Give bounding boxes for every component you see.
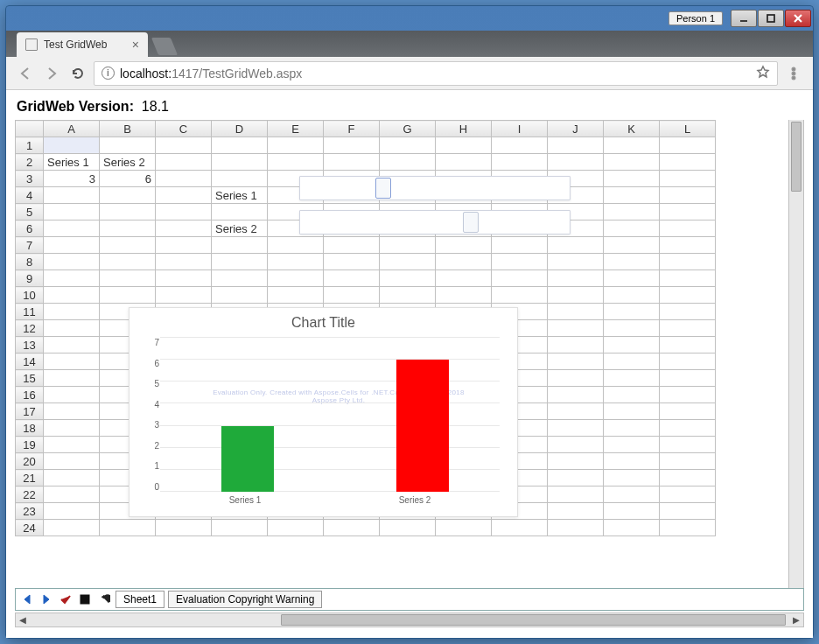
row-header[interactable]: 7 (16, 237, 44, 254)
cell[interactable] (268, 137, 324, 154)
cell[interactable] (604, 403, 660, 420)
cell[interactable] (436, 287, 492, 304)
grid-viewport[interactable]: ABCDEFGHIJKL12Series 1Series 23364Series… (15, 120, 804, 588)
cell[interactable] (604, 470, 660, 486)
cell[interactable] (548, 354, 604, 370)
cell[interactable] (44, 387, 100, 403)
cell[interactable] (100, 520, 156, 536)
row-header[interactable]: 13 (16, 337, 44, 354)
cell[interactable] (380, 237, 436, 254)
cell[interactable] (604, 370, 660, 387)
cell[interactable] (212, 171, 268, 187)
cell[interactable] (268, 287, 324, 304)
cell[interactable] (44, 503, 100, 520)
cell[interactable] (100, 287, 156, 304)
tab-close-icon[interactable]: × (132, 38, 139, 52)
cell[interactable] (604, 304, 660, 320)
cell[interactable] (660, 486, 716, 503)
cell[interactable] (212, 204, 268, 220)
cell[interactable] (604, 437, 660, 453)
cell[interactable] (44, 370, 100, 387)
cell[interactable] (492, 254, 548, 270)
undo-button[interactable] (96, 592, 112, 607)
new-tab-button[interactable] (151, 38, 178, 55)
minimize-button[interactable] (731, 10, 757, 27)
cell[interactable] (324, 270, 380, 287)
cell[interactable] (324, 287, 380, 304)
cell[interactable] (44, 204, 100, 220)
cell[interactable] (44, 320, 100, 337)
cell[interactable] (212, 137, 268, 154)
cell[interactable] (604, 287, 660, 304)
cell[interactable] (212, 154, 268, 171)
cell[interactable] (44, 486, 100, 503)
cell[interactable] (380, 287, 436, 304)
cell[interactable] (660, 420, 716, 437)
row-header[interactable]: 18 (16, 420, 44, 437)
browser-tab[interactable]: Test GridWeb × (17, 32, 148, 57)
cell[interactable] (548, 337, 604, 354)
cell[interactable] (548, 370, 604, 387)
cell[interactable] (436, 237, 492, 254)
cell[interactable] (660, 503, 716, 520)
cell[interactable] (44, 254, 100, 270)
cell[interactable] (100, 220, 156, 237)
scrollbar-thumb[interactable] (281, 614, 786, 626)
cell[interactable] (660, 337, 716, 354)
cell[interactable] (156, 220, 212, 237)
bookmark-star-icon[interactable] (756, 65, 770, 81)
cell[interactable] (604, 137, 660, 154)
cell[interactable] (660, 403, 716, 420)
cell[interactable] (44, 287, 100, 304)
cell[interactable] (100, 137, 156, 154)
next-sheet-button[interactable] (38, 592, 54, 607)
row-header[interactable]: 8 (16, 254, 44, 270)
cell[interactable] (212, 270, 268, 287)
cell[interactable]: Series 2 (212, 220, 268, 237)
cell[interactable] (492, 520, 548, 536)
cell[interactable] (44, 304, 100, 320)
cell[interactable] (268, 270, 324, 287)
cell[interactable] (492, 237, 548, 254)
cell[interactable] (604, 220, 660, 237)
cell[interactable] (660, 287, 716, 304)
cell[interactable] (212, 237, 268, 254)
cell[interactable] (492, 287, 548, 304)
cell[interactable]: Series 1 (44, 154, 100, 171)
cell[interactable] (324, 137, 380, 154)
cell[interactable] (604, 254, 660, 270)
cell[interactable] (156, 187, 212, 204)
cell[interactable] (380, 270, 436, 287)
cell[interactable] (44, 403, 100, 420)
cell[interactable] (660, 137, 716, 154)
cell[interactable] (212, 287, 268, 304)
cell[interactable] (660, 187, 716, 204)
cell[interactable] (100, 237, 156, 254)
cell[interactable] (548, 304, 604, 320)
cell[interactable] (660, 370, 716, 387)
cell[interactable] (660, 387, 716, 403)
row-header[interactable]: 9 (16, 270, 44, 287)
scroll-left-button[interactable]: ◄ (16, 613, 30, 626)
cell[interactable] (44, 137, 100, 154)
cell[interactable] (604, 237, 660, 254)
cell[interactable] (548, 403, 604, 420)
row-header[interactable]: 11 (16, 304, 44, 320)
cell[interactable] (660, 204, 716, 220)
cell[interactable] (604, 354, 660, 370)
cell[interactable] (44, 354, 100, 370)
row-header[interactable]: 19 (16, 437, 44, 453)
cell[interactable] (604, 270, 660, 287)
row-header[interactable]: 20 (16, 453, 44, 470)
cell[interactable] (604, 503, 660, 520)
cell[interactable] (268, 520, 324, 536)
browser-menu-button[interactable] (783, 63, 804, 84)
cell[interactable] (324, 154, 380, 171)
url-input[interactable]: i localhost:1417/TestGridWeb.aspx (94, 61, 778, 86)
cell[interactable] (44, 237, 100, 254)
cell[interactable] (604, 337, 660, 354)
cell[interactable] (212, 254, 268, 270)
vertical-scrollbar[interactable] (788, 120, 803, 588)
cell[interactable] (156, 520, 212, 536)
horizontal-scrollbar[interactable]: ◄ ► (15, 612, 804, 627)
